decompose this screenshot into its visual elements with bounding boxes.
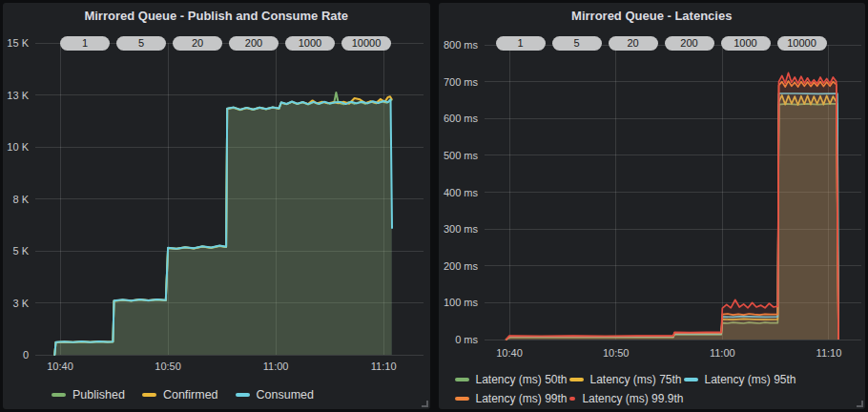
svg-text:11:10: 11:10 bbox=[816, 347, 841, 359]
svg-text:11:00: 11:00 bbox=[709, 347, 734, 359]
legend-label: Latency (ms) 95th bbox=[705, 373, 796, 386]
legend-item-latency-95th[interactable]: Latency (ms) 95th bbox=[684, 373, 796, 386]
legend-label: Latency (ms) 50th bbox=[476, 373, 568, 386]
annotation-pill[interactable]: 200 bbox=[665, 36, 714, 51]
svg-text:200 ms: 200 ms bbox=[443, 260, 478, 272]
series-color-chip bbox=[569, 378, 584, 381]
panel-resize-handle[interactable] bbox=[422, 401, 428, 407]
annotation-pill[interactable]: 5 bbox=[552, 36, 602, 51]
legend-label: Latency (ms) 99th bbox=[476, 392, 568, 405]
legend-item-published[interactable]: Published bbox=[52, 388, 125, 402]
series-color-chip bbox=[142, 393, 156, 397]
annotation-pill[interactable]: 1 bbox=[496, 36, 546, 51]
series-color-chip bbox=[455, 397, 469, 401]
svg-text:8 K: 8 K bbox=[12, 194, 29, 205]
panel-publish-consume-rate: Mirrored Queue - Publish and Consume Rat… bbox=[3, 3, 430, 409]
series-color-chip bbox=[455, 378, 469, 381]
svg-text:15 K: 15 K bbox=[7, 37, 29, 49]
legend-item-consumed[interactable]: Consumed bbox=[236, 388, 314, 402]
svg-text:0: 0 bbox=[23, 349, 29, 360]
svg-text:800 ms: 800 ms bbox=[443, 39, 478, 51]
grafana-dashboard: Mirrored Queue - Publish and Consume Rat… bbox=[0, 0, 868, 412]
svg-text:700 ms: 700 ms bbox=[443, 76, 478, 88]
svg-text:300 ms: 300 ms bbox=[443, 223, 478, 235]
svg-text:13 K: 13 K bbox=[7, 90, 29, 101]
series-color-chip bbox=[236, 393, 250, 397]
annotation-pills: 1 5 20 200 1000 10000 bbox=[60, 36, 391, 51]
legend-label: Published bbox=[72, 388, 125, 402]
rate-chart-canvas[interactable]: 03 K5 K8 K10 K13 K15 K10:4010:5011:0011:… bbox=[3, 3, 429, 409]
legend-label: Consumed bbox=[257, 388, 314, 402]
svg-text:600 ms: 600 ms bbox=[443, 113, 478, 124]
svg-text:5 K: 5 K bbox=[12, 245, 29, 257]
annotation-pill[interactable]: 200 bbox=[229, 36, 279, 51]
svg-text:10:40: 10:40 bbox=[47, 360, 73, 372]
svg-text:0 ms: 0 ms bbox=[455, 334, 478, 345]
series-color-chip bbox=[684, 378, 698, 381]
panel-resize-handle[interactable] bbox=[857, 401, 863, 407]
annotation-pill[interactable]: 10000 bbox=[341, 36, 391, 51]
svg-text:3 K: 3 K bbox=[12, 298, 29, 309]
legend: Published Confirmed Consumed bbox=[52, 388, 314, 402]
annotation-pill[interactable]: 1 bbox=[60, 36, 110, 51]
svg-text:100 ms: 100 ms bbox=[443, 297, 478, 308]
svg-text:10:50: 10:50 bbox=[155, 360, 181, 372]
series-color-chip bbox=[569, 397, 576, 401]
legend: Latency (ms) 50th Latency (ms) 75th Late… bbox=[455, 373, 796, 405]
legend-item-latency-50th[interactable]: Latency (ms) 50th bbox=[455, 373, 569, 386]
svg-text:11:10: 11:10 bbox=[371, 360, 397, 372]
latency-chart-canvas[interactable]: 0 ms100 ms200 ms300 ms400 ms500 ms600 ms… bbox=[439, 3, 865, 409]
svg-text:500 ms: 500 ms bbox=[443, 150, 478, 161]
legend-item-latency-99-9th[interactable]: Latency (ms) 99.9th bbox=[569, 392, 684, 405]
annotation-pill[interactable]: 1000 bbox=[721, 36, 771, 51]
svg-text:10 K: 10 K bbox=[7, 141, 29, 153]
svg-text:10:50: 10:50 bbox=[602, 347, 629, 359]
legend-label: Latency (ms) 75th bbox=[590, 373, 682, 386]
svg-text:11:00: 11:00 bbox=[263, 360, 289, 372]
legend-label: Latency (ms) 99.9th bbox=[582, 392, 683, 405]
annotation-pill[interactable]: 20 bbox=[609, 36, 658, 51]
annotation-pill[interactable]: 10000 bbox=[777, 36, 827, 51]
annotation-pills: 1 5 20 200 1000 10000 bbox=[496, 36, 827, 51]
annotation-pill[interactable]: 20 bbox=[173, 36, 222, 51]
panel-latencies: Mirrored Queue - Latencies 0 ms100 ms200… bbox=[439, 3, 866, 409]
annotation-pill[interactable]: 5 bbox=[116, 36, 166, 51]
legend-item-confirmed[interactable]: Confirmed bbox=[142, 388, 218, 402]
svg-text:10:40: 10:40 bbox=[496, 347, 523, 359]
legend-item-latency-75th[interactable]: Latency (ms) 75th bbox=[569, 373, 684, 386]
legend-label: Confirmed bbox=[163, 388, 218, 402]
series-color-chip bbox=[52, 393, 66, 397]
annotation-pill[interactable]: 1000 bbox=[285, 36, 335, 51]
svg-text:400 ms: 400 ms bbox=[443, 187, 478, 198]
legend-item-latency-99th[interactable]: Latency (ms) 99th bbox=[455, 392, 569, 405]
